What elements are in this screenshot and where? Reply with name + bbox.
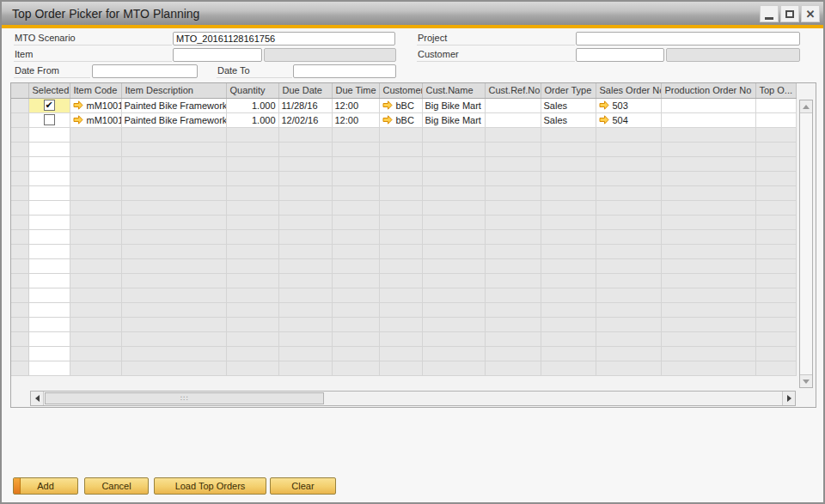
- cell-quantity[interactable]: 1.000: [226, 112, 278, 127]
- row-checkbox[interactable]: ✔: [44, 100, 55, 111]
- project-input[interactable]: [576, 32, 800, 46]
- cell-due-date[interactable]: 12/02/16: [278, 112, 332, 127]
- row-selector[interactable]: [11, 200, 28, 215]
- header-cust-name[interactable]: Cust.Name: [422, 83, 485, 98]
- selected-cell[interactable]: [28, 215, 70, 229]
- link-arrow-icon[interactable]: [599, 100, 609, 110]
- row-selector[interactable]: [11, 302, 28, 317]
- close-button[interactable]: ✕: [801, 5, 820, 22]
- cancel-button[interactable]: Cancel: [84, 477, 149, 495]
- row-selector[interactable]: [11, 156, 28, 171]
- cell-item-description[interactable]: Painted Bike Framework: [121, 98, 226, 112]
- row-selector[interactable]: [11, 142, 28, 156]
- horizontal-scroll-track[interactable]: ∶∶∶: [30, 391, 796, 406]
- header-item-code[interactable]: Item Code: [70, 83, 121, 98]
- selected-cell[interactable]: [28, 229, 70, 244]
- cell-sales-order-no[interactable]: 503: [596, 98, 661, 112]
- cell-due-time[interactable]: 12:00: [332, 98, 379, 112]
- cell-due-date[interactable]: 11/28/16: [278, 98, 332, 112]
- cell-cust-name[interactable]: Big Bike Mart: [422, 98, 485, 112]
- selected-cell[interactable]: [28, 185, 70, 200]
- maximize-button[interactable]: [780, 5, 799, 22]
- selected-cell[interactable]: [28, 258, 70, 273]
- selected-cell[interactable]: [28, 127, 70, 142]
- cell-due-time[interactable]: 12:00: [332, 112, 379, 127]
- horizontal-scrollbar[interactable]: ∶∶∶: [12, 391, 796, 406]
- selected-cell[interactable]: [28, 112, 70, 127]
- cell-customer[interactable]: bBC: [379, 98, 422, 112]
- cell-item-code[interactable]: mM1001: [70, 98, 121, 112]
- date-from-input[interactable]: [92, 64, 198, 78]
- selected-cell[interactable]: [28, 273, 70, 288]
- selected-cell[interactable]: [28, 156, 70, 171]
- row-selector[interactable]: [11, 98, 28, 112]
- selected-cell[interactable]: [28, 244, 70, 258]
- link-arrow-icon[interactable]: [382, 115, 393, 124]
- cell-cust-name[interactable]: Big Bike Mart: [422, 112, 485, 127]
- row-selector[interactable]: [11, 258, 28, 273]
- selected-cell[interactable]: [28, 331, 70, 346]
- load-top-orders-button[interactable]: Load Top Orders: [154, 477, 266, 495]
- cell-production-order-no[interactable]: [661, 98, 755, 112]
- clear-button[interactable]: Clear: [270, 477, 336, 495]
- selected-cell[interactable]: [28, 317, 70, 331]
- row-selector[interactable]: [11, 244, 28, 258]
- row-selector[interactable]: [11, 288, 28, 302]
- header-cust-ref-no[interactable]: Cust.Ref.No.: [485, 83, 541, 98]
- cell-top-o[interactable]: [755, 112, 796, 127]
- row-selector[interactable]: [11, 185, 28, 200]
- cell-quantity[interactable]: 1.000: [226, 98, 278, 112]
- header-due-date[interactable]: Due Date: [278, 83, 332, 98]
- row-selector[interactable]: [11, 127, 28, 142]
- cell-cust-ref-no[interactable]: [485, 98, 541, 112]
- selected-cell[interactable]: ✔: [28, 98, 70, 112]
- item-code-input[interactable]: [173, 48, 262, 62]
- cell-top-o[interactable]: [755, 98, 796, 112]
- row-selector[interactable]: [11, 112, 28, 127]
- selected-cell[interactable]: [28, 302, 70, 317]
- header-quantity[interactable]: Quantity: [226, 83, 278, 98]
- vertical-scrollbar[interactable]: [799, 100, 813, 388]
- row-selector[interactable]: [11, 273, 28, 288]
- selected-cell[interactable]: [28, 142, 70, 156]
- header-item-description[interactable]: Item Description: [121, 83, 226, 98]
- cell-order-type[interactable]: Sales: [541, 112, 596, 127]
- cell-item-code[interactable]: mM1001: [70, 112, 121, 127]
- link-arrow-icon[interactable]: [599, 115, 609, 124]
- horizontal-scroll-thumb[interactable]: ∶∶∶: [45, 392, 324, 404]
- title-bar[interactable]: Top Order Picker for MTO Planning ✕: [2, 2, 823, 25]
- cell-cust-ref-no[interactable]: [485, 112, 541, 127]
- header-due-time[interactable]: Due Time: [332, 83, 379, 98]
- header-sales-order-no[interactable]: Sales Order No: [596, 83, 661, 98]
- cell-customer[interactable]: bBC: [379, 112, 422, 127]
- cell-production-order-no[interactable]: [661, 112, 755, 127]
- row-selector[interactable]: [11, 171, 28, 185]
- scroll-right-button[interactable]: [782, 392, 795, 405]
- link-arrow-icon[interactable]: [382, 100, 393, 110]
- minimize-button[interactable]: [760, 5, 779, 22]
- row-selector[interactable]: [11, 361, 28, 375]
- row-selector[interactable]: [11, 317, 28, 331]
- date-to-input[interactable]: [293, 64, 396, 78]
- selected-cell[interactable]: [28, 200, 70, 215]
- header-top-order[interactable]: Top O...: [755, 83, 796, 98]
- row-selector[interactable]: [11, 215, 28, 229]
- add-button[interactable]: Add: [13, 477, 78, 495]
- mto-scenario-input[interactable]: [173, 32, 395, 46]
- row-selector[interactable]: [11, 331, 28, 346]
- header-order-type[interactable]: Order Type: [541, 83, 596, 98]
- selected-cell[interactable]: [28, 171, 70, 185]
- row-selector[interactable]: [11, 346, 28, 361]
- selected-cell[interactable]: [28, 346, 70, 361]
- selected-cell[interactable]: [28, 361, 70, 375]
- link-arrow-icon[interactable]: [73, 100, 83, 110]
- cell-sales-order-no[interactable]: 504: [596, 112, 661, 127]
- cell-order-type[interactable]: Sales: [541, 98, 596, 112]
- header-customer[interactable]: Customer: [379, 83, 422, 98]
- header-production-order-no[interactable]: Production Order No: [661, 83, 755, 98]
- scroll-down-button[interactable]: [800, 374, 812, 387]
- scroll-left-button[interactable]: [31, 392, 44, 405]
- link-arrow-icon[interactable]: [73, 115, 83, 124]
- header-selected[interactable]: Selected: [28, 83, 70, 98]
- row-selector[interactable]: [11, 229, 28, 244]
